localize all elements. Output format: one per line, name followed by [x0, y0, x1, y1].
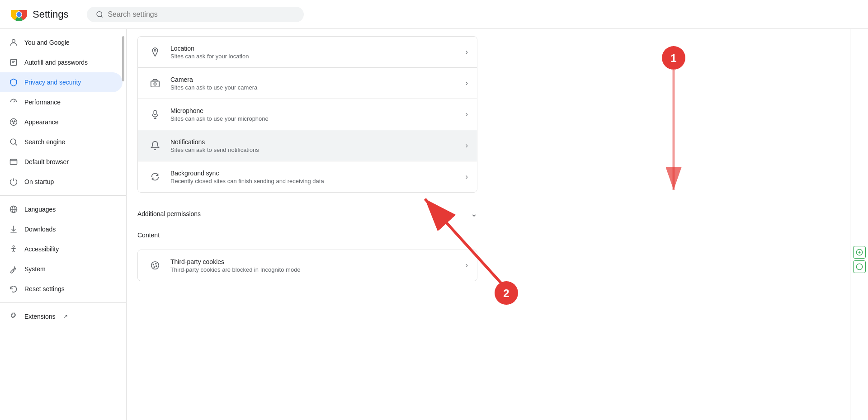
location-icon	[147, 44, 163, 60]
sidebar-item-privacy[interactable]: Privacy and security	[0, 72, 123, 92]
settings-item-desc-cookies: Third-party cookies are blocked in Incog…	[170, 266, 466, 273]
chevron-right-icon-notifications: ›	[466, 142, 468, 150]
settings-item-title-microphone: Microphone	[170, 107, 466, 114]
settings-item-text-camera: Camera Sites can ask to use your camera	[170, 76, 466, 91]
settings-item-text-location: Location Sites can ask for your location	[170, 45, 466, 60]
microphone-icon	[147, 106, 163, 123]
right-float-panel	[850, 29, 868, 420]
svg-point-6	[12, 39, 15, 42]
sidebar-label-extensions: Extensions	[24, 313, 55, 320]
sidebar-item-extensions[interactable]: Extensions ↗	[0, 307, 123, 326]
settings-item-title-notifications: Notifications	[170, 138, 466, 146]
svg-point-33	[156, 266, 157, 267]
badge-icon	[9, 58, 18, 67]
speedometer-icon	[9, 98, 18, 107]
svg-point-32	[156, 263, 156, 264]
search-nav-icon	[9, 137, 18, 146]
settings-item-third-party-cookies[interactable]: Third-party cookies Third-party cookies …	[138, 250, 477, 281]
settings-item-microphone[interactable]: Microphone Sites can ask to use your mic…	[138, 99, 477, 130]
sidebar-item-autofill[interactable]: Autofill and passwords	[0, 52, 123, 72]
settings-item-title-cookies: Third-party cookies	[170, 258, 466, 265]
sidebar-label-autofill: Autofill and passwords	[24, 59, 88, 66]
svg-point-31	[153, 264, 154, 265]
chevron-right-icon-camera: ›	[466, 79, 468, 87]
sidebar-item-appearance[interactable]: Appearance	[0, 112, 123, 132]
svg-point-38	[856, 264, 862, 269]
search-bar[interactable]	[87, 7, 304, 22]
float-btn-2[interactable]	[853, 260, 866, 273]
svg-point-24	[154, 50, 156, 52]
sidebar-item-search-engine[interactable]: Search engine	[0, 132, 123, 152]
settings-item-text-cookies: Third-party cookies Third-party cookies …	[170, 258, 466, 273]
svg-point-11	[10, 119, 17, 126]
additional-permissions-header[interactable]: Additional permissions ⌄	[127, 200, 488, 222]
settings-item-desc-location: Sites can ask for your location	[170, 53, 466, 60]
svg-rect-25	[151, 81, 159, 87]
search-icon	[96, 10, 104, 19]
sidebar-label-default-browser: Default browser	[24, 158, 69, 165]
sidebar-label-privacy: Privacy and security	[24, 79, 81, 86]
settings-item-location[interactable]: Location Sites can ask for your location…	[138, 37, 477, 68]
settings-item-background-sync[interactable]: Background sync Recently closed sites ca…	[138, 161, 477, 192]
sidebar-label-accessibility: Accessibility	[24, 245, 59, 253]
sidebar-item-default-browser[interactable]: Default browser	[0, 152, 123, 172]
svg-point-26	[154, 83, 156, 85]
settings-item-camera[interactable]: Camera Sites can ask to use your camera …	[138, 68, 477, 99]
settings-item-title-camera: Camera	[170, 76, 466, 83]
chevron-down-icon: ⌄	[471, 209, 477, 219]
sidebar: You and Google Autofill and passwords Pr…	[0, 29, 127, 420]
download-icon	[9, 225, 18, 234]
sidebar-label-performance: Performance	[24, 99, 61, 106]
svg-rect-17	[10, 159, 17, 165]
sidebar-item-performance[interactable]: Performance	[0, 92, 123, 112]
chevron-right-icon-microphone: ›	[466, 110, 468, 118]
sidebar-item-on-startup[interactable]: On startup	[0, 172, 123, 192]
power-icon	[9, 177, 18, 186]
camera-icon	[147, 75, 163, 91]
svg-point-3	[17, 12, 22, 17]
svg-point-30	[151, 262, 159, 269]
svg-rect-7	[10, 59, 16, 65]
float-btn-1[interactable]	[853, 246, 866, 259]
svg-point-12	[12, 121, 13, 122]
sidebar-scrollbar[interactable]	[122, 36, 124, 81]
palette-icon	[9, 118, 18, 127]
sidebar-label-system: System	[24, 265, 46, 273]
wrench-icon	[9, 264, 18, 274]
sidebar-item-you-and-google[interactable]: You and Google	[0, 33, 123, 52]
svg-line-10	[14, 101, 15, 102]
settings-item-desc-camera: Sites can ask to use your camera	[170, 84, 466, 91]
sync-icon	[147, 169, 163, 185]
settings-item-title-background-sync: Background sync	[170, 170, 466, 177]
sidebar-item-accessibility[interactable]: Accessibility	[0, 239, 123, 259]
external-link-icon: ↗	[63, 313, 68, 320]
settings-item-text-background-sync: Background sync Recently closed sites ca…	[170, 170, 466, 184]
sidebar-item-reset[interactable]: Reset settings	[0, 279, 123, 299]
sidebar-item-languages[interactable]: Languages	[0, 199, 123, 219]
search-input[interactable]	[108, 10, 294, 19]
chevron-right-icon-cookies: ›	[466, 261, 468, 269]
content-section-header: Content	[127, 222, 488, 242]
settings-item-text-notifications: Notifications Sites can ask to send noti…	[170, 138, 466, 153]
svg-line-5	[101, 16, 102, 17]
settings-item-notifications[interactable]: Notifications Sites can ask to send noti…	[138, 130, 477, 161]
person-icon	[9, 38, 18, 47]
svg-point-23	[13, 246, 14, 247]
svg-point-14	[13, 123, 14, 124]
svg-rect-27	[154, 110, 156, 115]
cookie-icon	[147, 257, 163, 274]
sidebar-item-downloads[interactable]: Downloads	[0, 219, 123, 239]
sidebar-label-you-and-google: You and Google	[24, 39, 70, 46]
bell-icon	[147, 137, 163, 154]
settings-list-permissions: Location Sites can ask for your location…	[137, 36, 477, 193]
svg-line-16	[15, 144, 17, 146]
puzzle-icon	[9, 312, 18, 321]
header: Settings	[0, 0, 868, 29]
main-layout: You and Google Autofill and passwords Pr…	[0, 29, 868, 420]
settings-item-desc-microphone: Sites can ask to use your microphone	[170, 115, 466, 122]
content-inner: Location Sites can ask for your location…	[127, 36, 488, 307]
chevron-right-icon-background-sync: ›	[466, 173, 468, 181]
accessibility-icon	[9, 245, 18, 254]
page-title: Settings	[33, 9, 69, 20]
sidebar-item-system[interactable]: System	[0, 259, 123, 279]
